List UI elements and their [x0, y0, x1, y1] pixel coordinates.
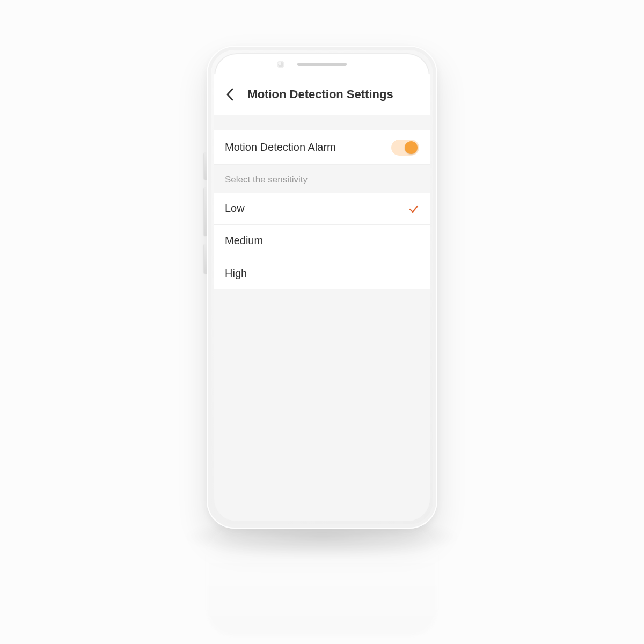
sensitivity-option-label: High — [225, 267, 419, 280]
motion-alarm-toggle[interactable] — [391, 140, 419, 156]
app-screen: Motion Detection Settings Motion Detecti… — [214, 74, 430, 521]
toggle-knob-icon — [405, 141, 418, 154]
page-title: Motion Detection Settings — [219, 87, 421, 101]
phone-notch — [252, 58, 392, 70]
sensitivity-section-label: Select the sensitivity — [214, 165, 430, 193]
motion-alarm-row[interactable]: Motion Detection Alarm — [214, 130, 430, 165]
phone-reflection — [207, 529, 437, 636]
section-gap — [214, 115, 430, 130]
motion-alarm-label: Motion Detection Alarm — [225, 141, 391, 153]
sensitivity-option-label: Medium — [225, 235, 419, 247]
side-button — [204, 244, 207, 274]
app-header: Motion Detection Settings — [214, 74, 430, 115]
sensitivity-option-medium[interactable]: Medium — [214, 225, 430, 257]
side-button — [204, 188, 207, 236]
sensitivity-option-low[interactable]: Low — [214, 193, 430, 225]
side-button — [204, 153, 207, 180]
sensitivity-option-label: Low — [225, 202, 408, 215]
front-camera-icon — [277, 61, 284, 68]
sensitivity-option-high[interactable]: High — [214, 257, 430, 289]
check-icon — [408, 203, 419, 214]
earpiece-icon — [297, 63, 347, 66]
phone-bezel: Motion Detection Settings Motion Detecti… — [214, 53, 430, 521]
phone-mockup: Motion Detection Settings Motion Detecti… — [207, 46, 437, 529]
